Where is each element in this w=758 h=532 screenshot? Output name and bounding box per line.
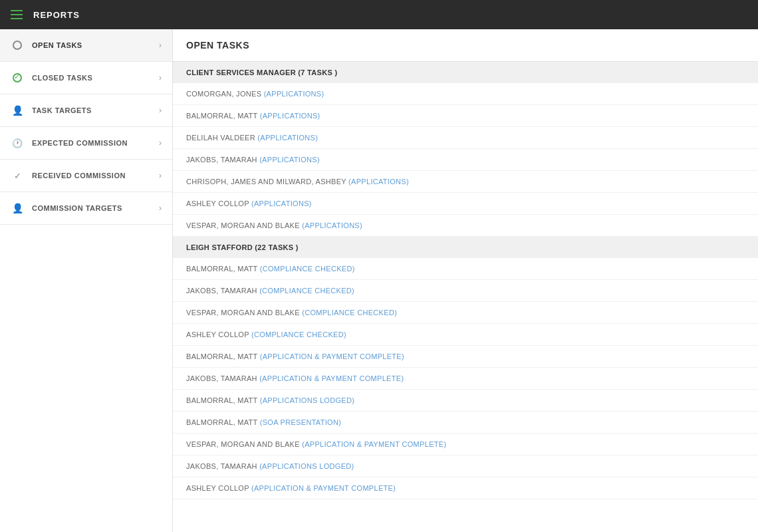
- sidebar-item-open-tasks[interactable]: OPEN TASKS›: [0, 29, 172, 62]
- table-row[interactable]: VESPAR, MORGAN AND BLAKE (APPLICATIONS): [173, 215, 758, 237]
- chevron-right-icon: ›: [159, 171, 162, 180]
- row-text: ASHLEY COLLOP (COMPLIANCE CHECKED): [186, 331, 745, 338]
- table-row[interactable]: JAKOBS, TAMARAH (APPLICATIONS): [173, 149, 758, 171]
- sidebar-item-commission-targets[interactable]: 👤COMMISSION TARGETS›: [0, 192, 172, 225]
- table-row[interactable]: ASHLEY COLLOP (APPLICATIONS): [173, 193, 758, 215]
- row-text: BALMORRAL, MATT (APPLICATION & PAYMENT C…: [186, 352, 745, 360]
- content-area: OPEN TASKS CLIENT SERVICES MANAGER (7 TA…: [173, 29, 758, 532]
- table-row[interactable]: BALMORRAL, MATT (APPLICATION & PAYMENT C…: [173, 346, 758, 368]
- table-row[interactable]: VESPAR, MORGAN AND BLAKE (COMPLIANCE CHE…: [173, 302, 758, 324]
- table-row[interactable]: JAKOBS, TAMARAH (APPLICATIONS LODGED): [173, 456, 758, 477]
- sidebar-label-closed-tasks: CLOSED TASKS: [32, 74, 159, 82]
- row-text: VESPAR, MORGAN AND BLAKE (APPLICATION & …: [186, 440, 745, 448]
- row-text: COMORGAN, JONES (APPLICATIONS): [186, 90, 745, 98]
- sidebar-label-open-tasks: OPEN TASKS: [32, 41, 159, 49]
- sidebar-item-expected-commission[interactable]: 🕐EXPECTED COMMISSION›: [0, 127, 172, 160]
- sidebar-label-task-targets: TASK TARGETS: [32, 106, 159, 114]
- row-text: JAKOBS, TAMARAH (COMPLIANCE CHECKED): [186, 287, 745, 295]
- table-row[interactable]: BALMORRAL, MATT (APPLICATIONS LODGED): [173, 390, 758, 412]
- row-text: JAKOBS, TAMARAH (APPLICATIONS): [186, 156, 745, 164]
- table-row[interactable]: BALMORRAL, MATT (APPLICATIONS): [173, 105, 758, 127]
- sidebar: OPEN TASKS›CLOSED TASKS›👤TASK TARGETS›🕐E…: [0, 29, 173, 532]
- table-row[interactable]: ASHLEY COLLOP (COMPLIANCE CHECKED): [173, 324, 758, 346]
- content-header: OPEN TASKS: [173, 29, 758, 62]
- table-row[interactable]: BALMORRAL, MATT (SOA PRESENTATION): [173, 412, 758, 434]
- sidebar-item-received-commission[interactable]: ✓RECEIVED COMMISSION›: [0, 160, 172, 192]
- row-text: BALMORRAL, MATT (APPLICATIONS LODGED): [186, 396, 745, 404]
- section-title-0: CLIENT SERVICES MANAGER (7 TASKS ): [186, 68, 745, 76]
- row-text: BALMORRAL, MATT (SOA PRESENTATION): [186, 418, 745, 426]
- sidebar-label-received-commission: RECEIVED COMMISSION: [32, 172, 159, 180]
- row-text: VESPAR, MORGAN AND BLAKE (COMPLIANCE CHE…: [186, 309, 745, 317]
- circle-check-icon: [11, 71, 24, 84]
- sidebar-item-closed-tasks[interactable]: CLOSED TASKS›: [0, 62, 172, 94]
- row-text: JAKOBS, TAMARAH (APPLICATIONS LODGED): [186, 462, 745, 470]
- section-title-1: LEIGH STAFFORD (22 TASKS ): [186, 243, 745, 251]
- table-row[interactable]: JAKOBS, TAMARAH (COMPLIANCE CHECKED): [173, 280, 758, 302]
- person-icon: 👤: [11, 201, 24, 215]
- chevron-right-icon: ›: [159, 41, 162, 50]
- chevron-right-icon: ›: [159, 106, 162, 115]
- section-header-0: CLIENT SERVICES MANAGER (7 TASKS ): [173, 62, 758, 83]
- sidebar-item-task-targets[interactable]: 👤TASK TARGETS›: [0, 94, 172, 127]
- table-row[interactable]: VESPAR, MORGAN AND BLAKE (APPLICATION & …: [173, 434, 758, 456]
- table-row[interactable]: DELILAH VALDEER (APPLICATIONS): [173, 127, 758, 149]
- chevron-right-icon: ›: [159, 73, 162, 82]
- sidebar-label-commission-targets: COMMISSION TARGETS: [32, 204, 159, 212]
- person-icon: 👤: [11, 104, 24, 117]
- row-text: CHRISOPH, JAMES AND MILWARD, ASHBEY (APP…: [186, 178, 745, 186]
- check-plain-icon: ✓: [11, 169, 24, 182]
- topbar: REPORTS: [0, 0, 758, 29]
- circle-outline-icon: [11, 39, 24, 52]
- table-row[interactable]: CHRISOPH, JAMES AND MILWARD, ASHBEY (APP…: [173, 171, 758, 193]
- main-layout: OPEN TASKS›CLOSED TASKS›👤TASK TARGETS›🕐E…: [0, 29, 758, 532]
- row-text: VESPAR, MORGAN AND BLAKE (APPLICATIONS): [186, 221, 745, 229]
- app-title: REPORTS: [33, 10, 80, 20]
- row-text: JAKOBS, TAMARAH (APPLICATION & PAYMENT C…: [186, 374, 745, 382]
- sidebar-label-expected-commission: EXPECTED COMMISSION: [32, 139, 159, 147]
- table-row[interactable]: BALMORRAL, MATT (COMPLIANCE CHECKED): [173, 258, 758, 280]
- row-text: DELILAH VALDEER (APPLICATIONS): [186, 134, 745, 142]
- row-text: BALMORRAL, MATT (COMPLIANCE CHECKED): [186, 265, 745, 273]
- table-row[interactable]: ASHLEY COLLOP (APPLICATION & PAYMENT COM…: [173, 477, 758, 499]
- clock-icon: 🕐: [11, 136, 24, 150]
- menu-icon[interactable]: [11, 10, 23, 19]
- table-row[interactable]: JAKOBS, TAMARAH (APPLICATION & PAYMENT C…: [173, 368, 758, 390]
- chevron-right-icon: ›: [159, 203, 162, 213]
- row-text: ASHLEY COLLOP (APPLICATIONS): [186, 200, 745, 207]
- table-row[interactable]: COMORGAN, JONES (APPLICATIONS): [173, 83, 758, 105]
- content-title: OPEN TASKS: [186, 40, 745, 51]
- row-text: ASHLEY COLLOP (APPLICATION & PAYMENT COM…: [186, 484, 745, 492]
- chevron-right-icon: ›: [159, 138, 162, 148]
- section-header-1: LEIGH STAFFORD (22 TASKS ): [173, 237, 758, 258]
- row-text: BALMORRAL, MATT (APPLICATIONS): [186, 112, 745, 120]
